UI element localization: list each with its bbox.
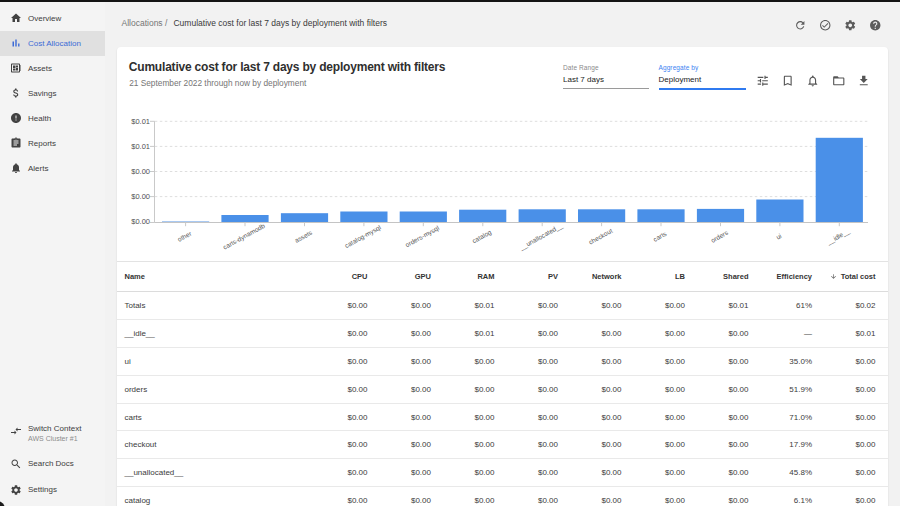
svg-text:assets: assets [293,228,313,244]
svg-text:catalog: catalog [471,228,494,245]
svg-text:carts-dynamodb: carts-dynamodb [222,222,267,252]
svg-text:$0.00: $0.00 [131,217,150,226]
svg-text:$0.01: $0.01 [131,117,150,126]
svg-text:other: other [176,229,193,243]
svg-text:orders-mysql: orders-mysql [404,224,441,249]
svg-text:catalog-mysql: catalog-mysql [343,223,382,250]
svg-text:carts: carts [652,229,668,242]
svg-text:orders: orders [710,228,730,243]
svg-text:$0.01: $0.01 [131,142,150,151]
svg-text:__idle__: __idle__ [825,227,852,247]
svg-text:$0.00: $0.00 [131,167,150,176]
svg-text:checkout: checkout [587,227,613,246]
svg-text:__unallocated__: __unallocated__ [518,222,565,253]
svg-text:ui: ui [775,232,783,241]
svg-text:$0.00: $0.00 [131,192,150,201]
